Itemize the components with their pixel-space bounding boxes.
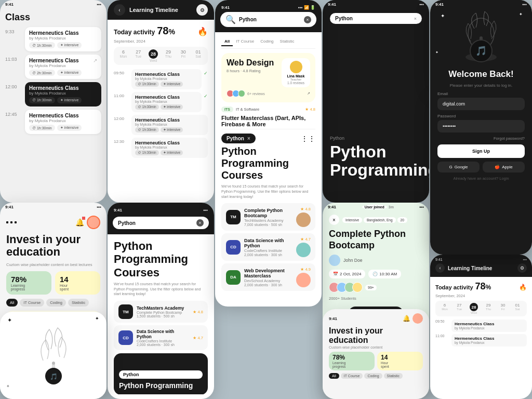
course-logo-1: TM: [226, 210, 241, 224]
close-icon-3[interactable]: ×: [414, 16, 417, 21]
course-logo-2: CD: [226, 240, 241, 255]
tl-item-2: 11:00 Hermeneutics Class by Mykola Proda…: [114, 92, 208, 112]
tab-statistic[interactable]: Statistic: [277, 37, 298, 46]
filter-statistic-2[interactable]: Statistic: [384, 373, 403, 379]
webdesign-card-small[interactable]: Web Design 8 hours · 4.8 Rating Lina Mas…: [221, 53, 315, 102]
course-logo-small-2: CD: [118, 330, 133, 345]
course-card-small-2[interactable]: CD Data Science with Python CodeCrafters…: [114, 325, 208, 350]
filter-all[interactable]: All: [6, 299, 18, 307]
password-input[interactable]: [437, 120, 525, 132]
cal-6[interactable]: 6Mon: [116, 49, 131, 62]
stat-learning-progress: 78% Learningprogress: [6, 271, 51, 295]
back-button[interactable]: ‹: [114, 4, 125, 16]
menu-icon[interactable]: ⋮⋮: [301, 135, 315, 143]
email-input[interactable]: [437, 98, 525, 110]
cal-30[interactable]: 30Fri: [176, 49, 191, 62]
course-logo-small-1: TM: [118, 304, 133, 319]
cal-01[interactable]: 01Sat: [191, 49, 206, 62]
tl-item-1: 09:50 Hermeneutics Class by Mykola Proda…: [114, 69, 208, 89]
tab-all[interactable]: All: [221, 37, 233, 46]
settings-btn-2[interactable]: ⚙: [517, 263, 527, 273]
welcome-title: Welcome Back!: [448, 69, 513, 79]
activity-label: Today activity: [114, 29, 155, 36]
class-block-1[interactable]: Hermeneutics Class by Mykola Prodarux ⏱ …: [25, 27, 101, 51]
schedule-row-2: 11:03 Hermeneutics Class by Mykola Proda…: [5, 55, 101, 79]
notification-icon-2[interactable]: 🔔: [403, 315, 410, 322]
course-card-3[interactable]: DA Web Development Masterclass DevSchool…: [221, 263, 315, 291]
star-deco-3: ✦: [435, 50, 438, 55]
cal-27[interactable]: 27Tue: [131, 49, 146, 62]
google-button[interactable]: G Google: [437, 162, 480, 172]
calendar-strip-2: 6Mon 27Tue 28Wed 29Thu 30Fri 01Sat: [435, 301, 527, 316]
welcome-subtitle: Please enter your details to log in.: [450, 83, 513, 88]
close-icon-small[interactable]: ×: [196, 219, 204, 227]
its-tag: ITS: [221, 107, 233, 112]
tab-coding[interactable]: Coding: [257, 37, 276, 46]
collage-container: 9:41 ▪▪▪ Class 9:33 Hermeneutics Class b…: [0, 0, 532, 399]
filter-all-2[interactable]: All: [329, 373, 339, 379]
app-grid-icon[interactable]: [6, 221, 17, 223]
user-avatar: [87, 216, 100, 229]
signup-button[interactable]: Sign Up: [437, 144, 525, 158]
close-icon[interactable]: ×: [304, 16, 311, 23]
close-bootcamp[interactable]: ×: [329, 215, 339, 225]
python-preview-bar[interactable]: Python: [119, 370, 203, 379]
sparkle-3: ✦: [6, 384, 10, 389]
close-icon-2[interactable]: ×: [247, 136, 250, 141]
forgot-password-link[interactable]: Forgot password?: [437, 136, 525, 141]
instructor-thumb-2: [296, 243, 311, 257]
apple-button[interactable]: 🍎 Apple: [483, 162, 525, 172]
timeline-header-title: Learning Timeline: [129, 7, 178, 13]
course-card-small-1[interactable]: TM TechMasters Academy Complete Python B…: [114, 301, 208, 323]
notification-icon[interactable]: 🔔: [75, 218, 84, 227]
brand-icon: 🎵: [470, 39, 493, 62]
search-bar-small[interactable]: Python ×: [113, 217, 209, 229]
teacher-avatar: [290, 61, 302, 73]
time-1: 9:41: [5, 2, 14, 7]
student-count: 99+: [365, 285, 377, 290]
filter-it-course[interactable]: IT Course: [20, 299, 44, 307]
filter-coding[interactable]: Coding: [46, 299, 66, 307]
course-card-1[interactable]: TM Complete Python Bootcamp TechMasters …: [221, 203, 315, 231]
back-btn-2[interactable]: ‹: [435, 263, 445, 273]
phone-schedule: 9:41 ▪▪▪ Class 9:33 Hermeneutics Class b…: [0, 0, 107, 203]
time-box: 🕙 10:30 AM: [368, 270, 401, 278]
star-deco-2: ✦: [519, 12, 523, 17]
cal-28-active[interactable]: 28 Wed: [146, 49, 161, 62]
class-block-dark-1[interactable]: Hermeneutics Class by Mykola Prodarux ⏱ …: [25, 82, 101, 107]
clock-icon: 🕙: [373, 272, 378, 276]
schedule-row-4: 12:45 Hermeneutics Class by Mykola Proda…: [5, 110, 101, 134]
class-block-4[interactable]: Hermeneutics Class by Mykola Prodarux ⏱ …: [25, 110, 101, 134]
instructor-row: John Doe: [329, 255, 423, 266]
illustration-area: ✦ ✦ ✦ 🎵: [430, 8, 532, 65]
phone-invest-2: 9:41 🔔 Invest in your education Custom w…: [323, 309, 429, 399]
python-small-heading: Python Programming Courses: [114, 240, 208, 279]
password-label: Password: [437, 114, 525, 118]
fire-icon: 🔥: [197, 26, 208, 36]
search-icon: 🔍: [225, 15, 236, 24]
email-label: Email: [437, 91, 525, 96]
badge-count: 20: [397, 217, 407, 223]
filter-coding-2[interactable]: Coding: [364, 373, 382, 379]
account-link[interactable]: Already have an account? Login: [453, 176, 509, 181]
activity-score: 78%: [157, 25, 175, 37]
date-time-row: 📅 2 Oct, 2024 🕙 10:30 AM: [329, 270, 423, 278]
course-card-2[interactable]: CD Data Science with Python CodeCrafters…: [221, 233, 315, 261]
filter-tabs: All IT Course Coding Statistic: [6, 299, 100, 307]
class-block-2[interactable]: Hermeneutics Class by Mykola Prodarux ⏱ …: [25, 55, 101, 79]
nav-tabs: All IT Course Coding Statistic: [221, 37, 315, 49]
tl-item-4: 12:30 Hermeneutics Class by Mykola Proda…: [114, 138, 208, 158]
phone-welcome-dark: 9:41 ▪▪▪ ✦ ✦ ✦ 🎵 Welcome Back! P: [430, 0, 532, 255]
phone-illustration-bottom: ✦ ✦ ✦ 🎵: [0, 312, 107, 399]
fire-icon-2: 🔥: [519, 284, 527, 291]
tab-it-course[interactable]: IT Course: [233, 37, 257, 46]
python-search-bar-dark[interactable]: Python ×: [330, 13, 422, 24]
instructor-thumb-1: [296, 212, 311, 227]
filter-statistic[interactable]: Statistic: [68, 299, 89, 307]
class-title: Class: [5, 12, 101, 24]
filter-it-2[interactable]: IT Course: [341, 373, 363, 379]
search-bar[interactable]: 🔍 Python ×: [220, 12, 316, 27]
settings-icon[interactable]: ⚙: [196, 4, 208, 16]
phone-timeline-2: 9:41 ▪▪▪ ‹ Learning Timeline ⚙ Today act…: [430, 255, 532, 399]
cal-29[interactable]: 29Thu: [161, 49, 176, 62]
